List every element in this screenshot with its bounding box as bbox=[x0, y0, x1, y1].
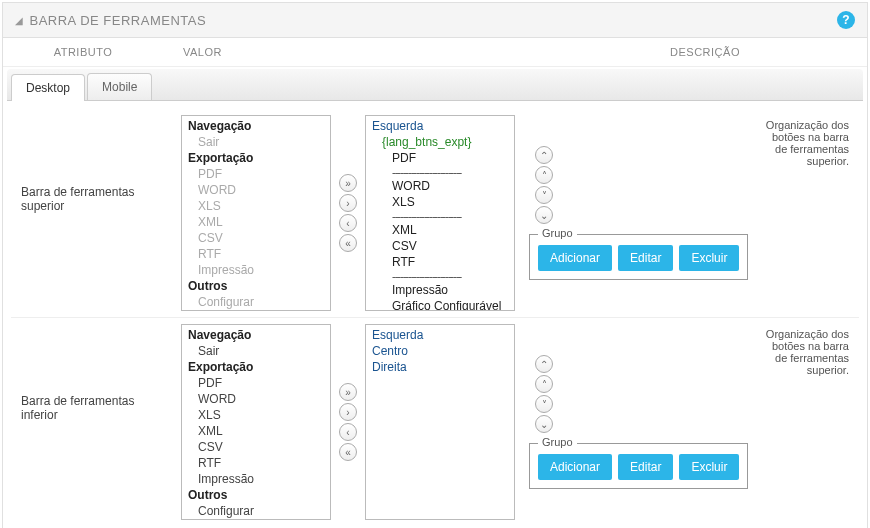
row-toolbar-bottom: Barra de ferramentas inferior Navegação … bbox=[11, 317, 859, 526]
row-toolbar-top: Barra de ferramentas superior Navegação … bbox=[11, 109, 859, 317]
col-attr: ATRIBUTO bbox=[3, 46, 163, 58]
desc-text: Organização dos botões na barra de ferra… bbox=[748, 115, 859, 311]
move-all-right-icon[interactable]: » bbox=[339, 383, 357, 401]
add-button[interactable]: Adicionar bbox=[538, 454, 612, 480]
move-right-icon[interactable]: › bbox=[339, 403, 357, 421]
grupo-fieldset-bottom: Grupo Adicionar Editar Excluir bbox=[529, 443, 748, 489]
move-top-icon[interactable]: ⌃ bbox=[535, 146, 553, 164]
move-all-left-icon[interactable]: « bbox=[339, 443, 357, 461]
move-up-icon[interactable]: ˄ bbox=[535, 375, 553, 393]
tabbar: Desktop Mobile bbox=[7, 69, 863, 101]
edit-button[interactable]: Editar bbox=[618, 454, 673, 480]
add-button[interactable]: Adicionar bbox=[538, 245, 612, 271]
attr-label: Barra de ferramentas inferior bbox=[11, 324, 181, 520]
panel-title: BARRA DE FERRAMENTAS bbox=[30, 13, 207, 28]
move-up-icon[interactable]: ˄ bbox=[535, 166, 553, 184]
grupo-fieldset-top: Grupo Adicionar Editar Excluir bbox=[529, 234, 748, 280]
collapse-icon[interactable]: ◢ bbox=[15, 15, 24, 26]
tab-desktop[interactable]: Desktop bbox=[11, 74, 85, 101]
move-down-icon[interactable]: ˅ bbox=[535, 186, 553, 204]
panel-header: ◢ BARRA DE FERRAMENTAS ? bbox=[3, 3, 867, 38]
col-desc: DESCRIÇÃO bbox=[543, 46, 867, 58]
column-headers: ATRIBUTO VALOR DESCRIÇÃO bbox=[3, 38, 867, 67]
move-bottom-icon[interactable]: ⌄ bbox=[535, 206, 553, 224]
help-icon[interactable]: ? bbox=[837, 11, 855, 29]
delete-button[interactable]: Excluir bbox=[679, 454, 739, 480]
desc-text: Organização dos botões na barra de ferra… bbox=[748, 324, 859, 520]
delete-button[interactable]: Excluir bbox=[679, 245, 739, 271]
move-arrows-bottom: » › ‹ « bbox=[339, 383, 357, 461]
col-val: VALOR bbox=[163, 46, 543, 58]
move-bottom-icon[interactable]: ⌄ bbox=[535, 415, 553, 433]
move-left-icon[interactable]: ‹ bbox=[339, 214, 357, 232]
move-right-icon[interactable]: › bbox=[339, 194, 357, 212]
move-all-left-icon[interactable]: « bbox=[339, 234, 357, 252]
move-down-icon[interactable]: ˅ bbox=[535, 395, 553, 413]
move-top-icon[interactable]: ⌃ bbox=[535, 355, 553, 373]
move-all-right-icon[interactable]: » bbox=[339, 174, 357, 192]
grupo-label: Grupo bbox=[538, 436, 577, 448]
selected-list-bottom[interactable]: Esquerda Centro Direita bbox=[365, 324, 515, 520]
available-list-top[interactable]: Navegação Sair Exportação PDF WORD XLS X… bbox=[181, 115, 331, 311]
attr-label: Barra de ferramentas superior bbox=[11, 115, 181, 311]
edit-button[interactable]: Editar bbox=[618, 245, 673, 271]
tab-mobile[interactable]: Mobile bbox=[87, 73, 152, 100]
move-left-icon[interactable]: ‹ bbox=[339, 423, 357, 441]
available-list-bottom[interactable]: Navegação Sair Exportação PDF WORD XLS X… bbox=[181, 324, 331, 520]
grupo-label: Grupo bbox=[538, 227, 577, 239]
move-arrows-top: » › ‹ « bbox=[339, 174, 357, 252]
selected-list-top[interactable]: Esquerda {lang_btns_expt} PDF ----------… bbox=[365, 115, 515, 311]
